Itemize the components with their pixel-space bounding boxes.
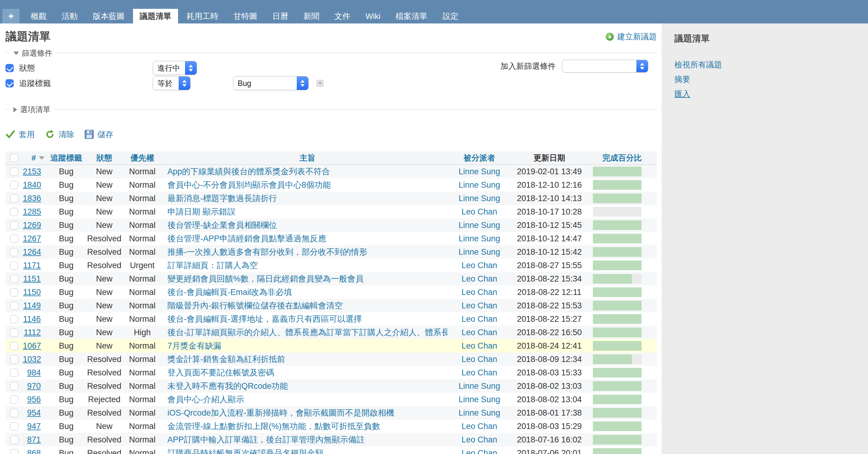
issue-id-link[interactable]: 984 [27, 368, 41, 377]
assignee-link[interactable]: Linne Sung [459, 234, 500, 243]
tab-概觀[interactable]: 概觀 [24, 9, 53, 24]
row-checkbox[interactable] [10, 409, 18, 417]
issue-subject-link[interactable]: 未登入時不應有我的QRcode功能 [167, 381, 288, 391]
issue-subject-link[interactable]: 後台-訂單詳細頁顯示的介紹人、體系長應為訂單當下訂購人之介紹人、體系長 [167, 328, 447, 337]
row-checkbox[interactable] [10, 369, 18, 377]
tab-新聞[interactable]: 新聞 [297, 9, 326, 24]
assignee-link[interactable]: Linne Sung [459, 221, 500, 230]
assignee-link[interactable]: Leo Chan [461, 314, 497, 323]
filters-legend[interactable]: 篩選條件 [10, 48, 56, 58]
row-checkbox[interactable] [10, 449, 18, 454]
assignee-link[interactable]: Leo Chan [461, 288, 497, 297]
row-checkbox[interactable] [10, 194, 18, 203]
save-button[interactable]: 儲存 [85, 129, 113, 140]
issue-subject-link[interactable]: 變更經銷會員回饋%數，隔日此經銷會員變為一般會員 [167, 274, 364, 283]
issue-subject-link[interactable]: 階級晉升內-銀行帳號欄位儲存後在點編輯會清空 [167, 301, 343, 310]
assignee-link[interactable]: Linne Sung [459, 395, 500, 404]
updated-column-header[interactable]: 更新日期 [511, 153, 587, 163]
issue-id-link[interactable]: 868 [27, 449, 41, 454]
row-checkbox[interactable] [10, 315, 18, 323]
issue-subject-link[interactable]: 後台管理-缺企業會員相關欄位 [167, 221, 277, 230]
row-checkbox[interactable] [10, 168, 18, 176]
row-checkbox[interactable] [10, 422, 18, 430]
assignee-link[interactable]: Leo Chan [461, 435, 497, 444]
row-checkbox[interactable] [10, 396, 18, 404]
select-all-checkbox[interactable] [10, 154, 18, 162]
issue-id-link[interactable]: 1267 [23, 234, 41, 243]
issue-id-link[interactable]: 1269 [23, 221, 41, 230]
new-issue-button[interactable]: + 建立新議題 [606, 31, 657, 42]
issue-id-link[interactable]: 1171 [23, 261, 41, 270]
tab-檔案清單[interactable]: 檔案清單 [389, 9, 434, 24]
assignee-link[interactable]: Leo Chan [461, 449, 497, 454]
tab-日曆[interactable]: 日曆 [266, 9, 295, 24]
issue-subject-link[interactable]: 訂單詳細頁：訂購人為空 [167, 261, 258, 270]
issue-id-link[interactable]: 954 [27, 408, 41, 418]
tab-議題清單[interactable]: 議題清單 [133, 9, 178, 24]
issue-subject-link[interactable]: App的下線業績與後台的體系獎金列表不符合 [167, 167, 330, 176]
assignee-link[interactable]: Leo Chan [461, 261, 497, 270]
assignee-link[interactable]: Linne Sung [459, 408, 500, 418]
assignee-link[interactable]: Leo Chan [461, 274, 497, 283]
tab-活動[interactable]: 活動 [55, 9, 84, 24]
row-checkbox[interactable] [10, 208, 18, 216]
issue-subject-link[interactable]: 金流管理-線上點數折扣上限(%)無功能，點數可折抵至負數 [167, 422, 380, 431]
issue-id-link[interactable]: 1836 [23, 194, 41, 203]
issue-id-link[interactable]: 970 [27, 381, 41, 391]
id-column-header[interactable]: # [23, 153, 45, 163]
tab-耗用工時[interactable]: 耗用工時 [180, 9, 225, 24]
assignee-link[interactable]: Linne Sung [459, 248, 500, 257]
issue-id-link[interactable]: 1149 [23, 301, 41, 310]
issue-subject-link[interactable]: iOS-Qrcode加入流程-重新掃描時，會顯示截圖而不是開啟相機 [167, 408, 395, 418]
issue-subject-link[interactable]: 後台管理-APP申請經銷會員點擊通過無反應 [167, 234, 326, 243]
tab-文件[interactable]: 文件 [328, 9, 357, 24]
issue-id-link[interactable]: 1151 [23, 274, 41, 283]
issue-subject-link[interactable]: 申請日期 顯示錯誤 [167, 207, 236, 216]
issue-subject-link[interactable]: 7月獎金有缺漏 [167, 341, 221, 350]
sidebar-link-檢視所有議題[interactable]: 檢視所有議題 [675, 59, 868, 70]
row-checkbox[interactable] [10, 275, 18, 283]
assignee-link[interactable]: Leo Chan [461, 341, 497, 350]
assignee-link[interactable]: Leo Chan [461, 422, 497, 431]
row-checkbox[interactable] [10, 302, 18, 310]
issue-subject-link[interactable]: 推播-一次推人數過多會有部分收到，部分收不到的情形 [167, 248, 367, 257]
issue-id-link[interactable]: 1264 [23, 248, 41, 257]
row-checkbox[interactable] [10, 221, 18, 229]
row-checkbox[interactable] [10, 342, 18, 350]
apply-button[interactable]: 套用 [5, 129, 35, 140]
issue-subject-link[interactable]: 獎金計算-銷售金額為紅利折抵前 [167, 355, 285, 364]
tab-甘特圖[interactable]: 甘特圖 [227, 9, 264, 24]
row-checkbox[interactable] [10, 235, 18, 243]
priority-column-header[interactable]: 優先權 [122, 153, 163, 163]
issue-subject-link[interactable]: 最新消息-標題字數過長請折行 [167, 194, 277, 203]
row-checkbox[interactable] [10, 288, 18, 296]
row-checkbox[interactable] [10, 181, 18, 189]
tracker-value-select[interactable]: Bug [233, 76, 309, 90]
issue-id-link[interactable]: 871 [27, 435, 41, 444]
issue-id-link[interactable]: 956 [27, 395, 41, 404]
sidebar-link-摘要[interactable]: 摘要 [675, 74, 868, 84]
issue-id-link[interactable]: 1112 [24, 328, 41, 337]
assignee-column-header[interactable]: 被分派者 [447, 153, 511, 163]
plus-tab-button[interactable]: + [2, 9, 20, 24]
issue-subject-link[interactable]: 會員中心-介紹人顯示 [167, 395, 244, 404]
row-checkbox[interactable] [10, 261, 18, 269]
tracker-filter-checkbox[interactable] [5, 79, 14, 87]
tab-設定[interactable]: 設定 [436, 9, 465, 24]
issue-id-link[interactable]: 1285 [23, 207, 41, 216]
tab-Wiki[interactable]: Wiki [359, 9, 387, 24]
issue-id-link[interactable]: 1032 [23, 355, 41, 364]
sidebar-link-匯入[interactable]: 匯入 [675, 89, 868, 99]
assignee-link[interactable]: Linne Sung [459, 167, 500, 176]
assignee-link[interactable]: Leo Chan [461, 328, 497, 337]
issue-id-link[interactable]: 1067 [23, 341, 41, 350]
subject-column-header[interactable]: 主旨 [163, 153, 447, 163]
assignee-link[interactable]: Linne Sung [459, 194, 500, 203]
status-column-header[interactable]: 狀態 [87, 153, 122, 163]
issue-id-link[interactable]: 1840 [23, 180, 41, 190]
assignee-link[interactable]: Leo Chan [461, 207, 497, 216]
assignee-link[interactable]: Linne Sung [459, 381, 500, 391]
tracker-column-header[interactable]: 追蹤標籤 [45, 153, 87, 163]
row-checkbox[interactable] [10, 329, 18, 337]
assignee-link[interactable]: Leo Chan [461, 301, 497, 310]
